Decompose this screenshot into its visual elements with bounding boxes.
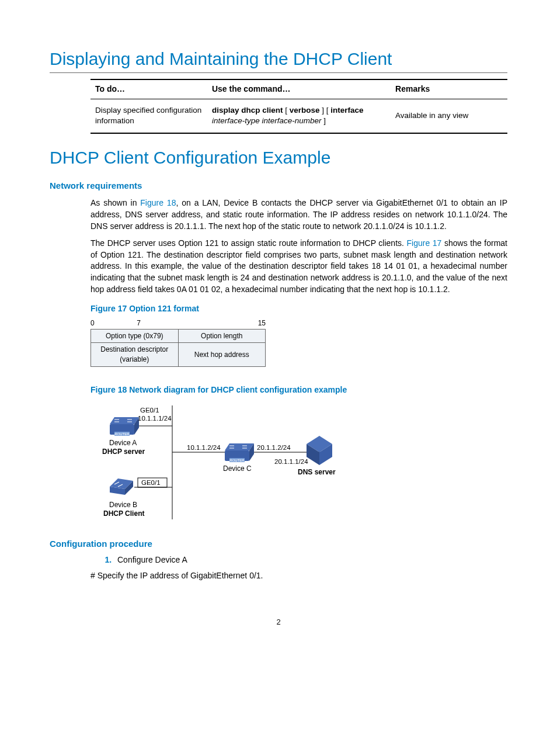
heading-example: DHCP Client Configuration Example	[50, 145, 507, 170]
router-label: ROUTER	[229, 459, 245, 462]
cmd-part: verbose	[290, 106, 320, 115]
cell-remarks: Available in any view	[391, 99, 507, 133]
procedure-step-1: Configure Device A	[114, 554, 507, 566]
col-todo: To do…	[90, 79, 207, 99]
cell-command: display dhcp client [ verbose ] [ interf…	[207, 99, 391, 133]
paragraph: The DHCP server uses Option 121 to assig…	[90, 238, 507, 295]
svg-marker-4	[110, 417, 139, 424]
svg-marker-14	[225, 443, 254, 450]
figure-link-18[interactable]: Figure 18	[140, 198, 176, 207]
cell-option-type: Option type (0x79)	[91, 329, 179, 343]
label-ip-c-left: 10.1.1.2/24	[187, 444, 221, 451]
col-remarks: Remarks	[391, 79, 507, 99]
heading-config-procedure: Configuration procedure	[50, 537, 507, 550]
router-label: ROUTER	[114, 432, 130, 436]
device-a-icon: ROUTER	[110, 417, 139, 436]
cmd-part: ] [	[319, 106, 330, 115]
device-c-icon: ROUTER	[225, 443, 254, 462]
text: (variable)	[120, 355, 149, 363]
paragraph: As shown in Figure 18, on a LAN, Device …	[90, 197, 507, 232]
label-ge01-a: GE0/1	[140, 407, 159, 414]
ruler-0: 0	[90, 318, 96, 328]
figure17-table: Option type (0x79) Option length Destina…	[90, 329, 266, 367]
text: The DHCP server uses Option 121 to assig…	[90, 238, 407, 248]
cell-todo: Display specified configuration informat…	[90, 99, 207, 133]
cmd-part: display dhcp client	[212, 106, 283, 115]
heading-network-req: Network requirements	[50, 179, 507, 192]
ruler-15: 15	[181, 318, 266, 328]
figure17-caption: Figure 17 Option 121 format	[90, 303, 507, 315]
dns-server-icon	[307, 436, 332, 465]
label-dhcp-server: DHCP server	[102, 448, 145, 456]
figure18: ROUTER GE0/1 10.1.1.1/24 Device A DHCP s…	[99, 400, 507, 528]
cmd-part: interface	[330, 106, 363, 115]
figure-link-17[interactable]: Figure 17	[407, 238, 442, 248]
label-ip-c-right: 20.1.1.2/24	[257, 444, 291, 451]
label-ip-dns: 20.1.1.1/24	[274, 458, 308, 465]
network-diagram: ROUTER GE0/1 10.1.1.1/24 Device A DHCP s…	[99, 400, 380, 528]
cell-dest-descriptor: Destination descriptor (variable)	[91, 343, 179, 367]
label-dhcp-client: DHCP Client	[103, 509, 144, 518]
text: As shown in	[90, 198, 140, 207]
figure17-ruler: 0 7 15	[90, 318, 266, 328]
text: Destination descriptor	[100, 345, 168, 353]
command-table: To do… Use the command… Remarks Display …	[90, 79, 507, 134]
table-row: Display specified configuration informat…	[90, 99, 507, 133]
cell-next-hop: Next hop address	[178, 343, 266, 367]
col-command: Use the command…	[207, 79, 391, 99]
cmd-part: [	[283, 106, 289, 115]
heading-displaying: Displaying and Maintaining the DHCP Clie…	[50, 47, 507, 73]
procedure-list: Configure Device A	[102, 554, 507, 566]
label-device-b: Device B	[109, 501, 137, 509]
cmd-part: interface-type interface-number	[212, 116, 322, 125]
page-number: 2	[50, 617, 507, 627]
label-device-a: Device A	[109, 439, 137, 447]
ruler-7: 7	[96, 318, 181, 328]
figure17: 0 7 15 Option type (0x79) Option length …	[90, 318, 507, 367]
figure18-caption: Figure 18 Network diagram for DHCP clien…	[90, 384, 507, 396]
device-b-icon	[110, 478, 133, 495]
label-dns-server: DNS server	[298, 468, 336, 476]
label-ge01-b: GE0/1	[141, 479, 161, 486]
cell-option-length: Option length	[178, 329, 266, 343]
label-ip-a: 10.1.1.1/24	[138, 415, 172, 422]
cmd-part: ]	[322, 116, 326, 125]
label-device-c: Device C	[223, 464, 252, 473]
hash-comment: # Specify the IP address of GigabitEther…	[90, 570, 507, 582]
